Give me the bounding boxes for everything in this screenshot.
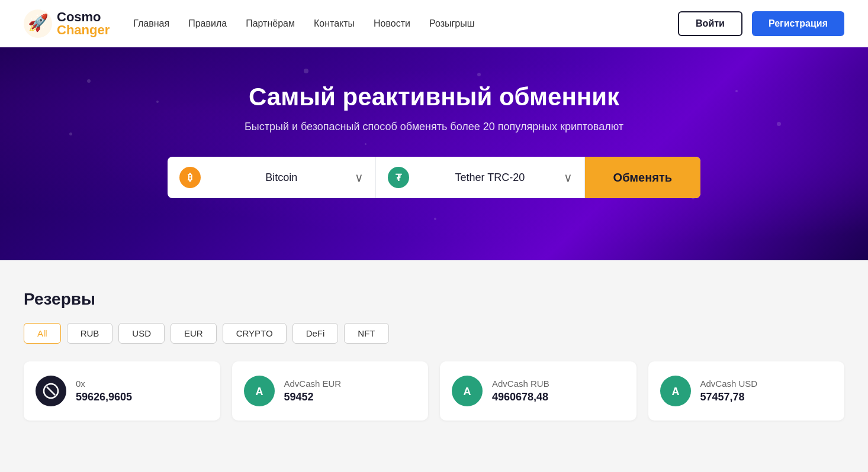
exchange-button[interactable]: Обменять [585,157,700,198]
filter-usd[interactable]: USD [118,323,165,344]
hero-decoration [0,47,868,260]
0x-svg [43,383,59,399]
filter-rub[interactable]: RUB [67,323,113,344]
svg-text:A: A [671,386,679,397]
hero-title: Самый реактивный обменник [24,83,844,111]
filter-all[interactable]: All [24,323,61,344]
svg-text:🚀: 🚀 [28,13,49,33]
logo-icon: 🚀 [24,9,52,38]
nav-contacts[interactable]: Контакты [314,18,355,29]
svg-text:A: A [255,386,263,397]
nav-rules[interactable]: Правила [188,18,227,29]
advcash-usd-info: AdvCash USD 57457,78 [700,379,758,403]
0x-name: 0x [76,379,132,389]
filter-nft[interactable]: NFT [344,323,388,344]
advcash-rub-name: AdvCash RUB [492,379,549,389]
advcash-usd-amount: 57457,78 [700,391,758,403]
filter-tabs: All RUB USD EUR CRYPTO DeFi NFT [24,323,844,344]
to-chevron-icon: ∨ [564,170,573,185]
to-coin-name: Tether TRC-20 [416,172,563,184]
advcash-rub-amount: 4960678,48 [492,391,549,403]
0x-info: 0x 59626,9605 [76,379,132,403]
reserve-card-advcash-rub: A AdvCash RUB 4960678,48 [440,361,636,421]
header: 🚀 Cosmo Changer Главная Правила Партнёра… [0,0,868,47]
main-nav: Главная Правила Партнёрам Контакты Новос… [133,18,678,29]
filter-crypto[interactable]: CRYPTO [223,323,287,344]
advcash-svg: A [251,383,268,399]
advcash-usd-svg: A [667,383,684,399]
0x-icon [36,376,66,406]
reserves-title: Резервы [24,290,844,309]
filter-defi[interactable]: DeFi [292,323,339,344]
reserves-section: Резервы All RUB USD EUR CRYPTO DeFi NFT … [0,260,868,450]
advcash-usd-name: AdvCash USD [700,379,758,389]
advcash-rub-svg: A [459,383,475,399]
exchange-bar: ₿ Bitcoin ∨ ₮ Tether TRC-20 ∨ Обменять [168,157,700,198]
advcash-eur-amount: 59452 [284,391,342,403]
register-button[interactable]: Регистрация [752,11,844,36]
reserve-card-advcash-eur: A AdvCash EUR 59452 [232,361,429,421]
filter-eur[interactable]: EUR [171,323,217,344]
hero-subtitle: Быстрый и безопасный способ обменять бол… [24,121,844,133]
advcash-eur-icon: A [244,376,275,406]
hero-section: Самый реактивный обменник Быстрый и безо… [0,47,868,260]
svg-line-3 [47,387,55,395]
advcash-usd-icon: A [660,376,691,406]
advcash-rub-icon: A [452,376,483,406]
logo-text-cosmo: Cosmo [57,11,110,24]
0x-amount: 59626,9605 [76,391,132,403]
logo[interactable]: 🚀 Cosmo Changer [24,9,110,38]
from-chevron-icon: ∨ [355,170,364,185]
btc-icon: ₿ [179,167,201,188]
from-coin-name: Bitcoin [208,172,355,184]
reserves-grid: 0x 59626,9605 A AdvCash EUR 59452 A [24,361,844,421]
advcash-rub-info: AdvCash RUB 4960678,48 [492,379,549,403]
reserve-card-advcash-usd: A AdvCash USD 57457,78 [648,361,845,421]
usdt-icon: ₮ [388,167,409,188]
svg-text:A: A [464,386,471,397]
from-currency-select[interactable]: ₿ Bitcoin ∨ [168,157,376,198]
nav-giveaway[interactable]: Розыгрыш [429,18,475,29]
nav-partners[interactable]: Партнёрам [246,18,295,29]
logo-text-changer: Changer [57,24,110,37]
nav-home[interactable]: Главная [133,18,169,29]
advcash-eur-name: AdvCash EUR [284,379,342,389]
nav-news[interactable]: Новости [374,18,410,29]
reserve-card-0x: 0x 59626,9605 [24,361,220,421]
advcash-eur-info: AdvCash EUR 59452 [284,379,342,403]
header-actions: Войти Регистрация [678,11,844,36]
login-button[interactable]: Войти [678,11,742,36]
to-currency-select[interactable]: ₮ Tether TRC-20 ∨ [376,157,584,198]
